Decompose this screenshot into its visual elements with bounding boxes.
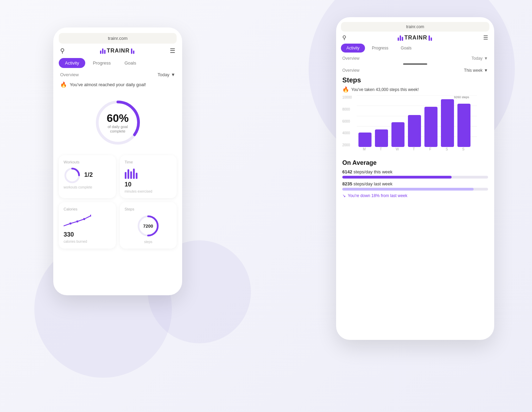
- tab-goals-2[interactable]: Goals: [395, 44, 417, 53]
- overview-row-1: Overview Today ▼: [53, 68, 182, 79]
- logo-bar-2-1: [398, 37, 399, 41]
- bar-m: [358, 133, 372, 147]
- bar-chart-area: 10000 8000 6000 4000 2000: [342, 95, 488, 155]
- circle-wrapper-1: 60% of daily goal complete: [92, 97, 144, 148]
- phone-1: trainr.com ⚲ TRAINR ☰: [53, 27, 182, 295]
- y-axis-labels: 10000 8000 6000 4000 2000: [342, 95, 355, 147]
- hamburger-icon-2[interactable]: ☰: [483, 34, 488, 41]
- steps-heading-2: Steps: [336, 75, 494, 85]
- workouts-value: 1/2: [84, 171, 93, 179]
- logo-bar-3: [104, 50, 106, 54]
- avg-row-text-1: 6142 steps/day this week: [342, 169, 488, 174]
- avg-row-this-week: 6142 steps/day this week: [342, 169, 488, 179]
- bar-s2: [457, 104, 470, 147]
- phone-2: trainr.com ⚲ TRAINR ☰: [336, 17, 494, 340]
- steps-label-1: Steps: [125, 207, 172, 211]
- calories-trend: [64, 214, 111, 229]
- goal-message-1: You've almost reached your daily goal!: [70, 82, 146, 87]
- today-button-1[interactable]: Today ▼: [157, 72, 175, 77]
- steps-card: Steps 7200 steps: [120, 202, 177, 249]
- avg-label-1: steps/day this week: [354, 169, 392, 174]
- svg-text:M: M: [363, 147, 366, 151]
- fire-icon-2: 🔥: [342, 86, 349, 93]
- tab-progress-1[interactable]: Progress: [87, 58, 117, 68]
- address-text-2: trainr.com: [406, 24, 424, 29]
- steps-donut-wrapper: 7200: [125, 214, 172, 238]
- time-sublabel: minutes exercised: [125, 190, 172, 193]
- progress-circle-container-1: 60% of daily goal complete: [53, 90, 182, 152]
- avg-label-2: steps/day last week: [354, 181, 392, 186]
- search-icon-2[interactable]: ⚲: [342, 34, 346, 41]
- time-bars: [125, 167, 172, 179]
- address-bar-1: trainr.com: [59, 33, 177, 44]
- svg-text:T: T: [380, 147, 382, 151]
- time-bar-1: [125, 172, 126, 179]
- on-average-section: On Average 6142 steps/day this week 8235: [336, 155, 494, 202]
- bar-s1: [441, 99, 454, 147]
- this-week-label: This week: [464, 68, 483, 73]
- time-label: Time: [125, 160, 172, 164]
- down-message: You're down 18% from last week: [348, 193, 407, 198]
- time-value: 10: [125, 181, 172, 188]
- logo-bar-2-r2: [431, 37, 432, 41]
- steps-donut-svg: 7200: [136, 214, 160, 238]
- logo-text-1: TRAINR: [107, 48, 130, 54]
- workouts-donut-wrapper: 1/2: [64, 167, 111, 184]
- steps-message-2: You've taken 43,000 steps this week!: [351, 87, 419, 92]
- avg-row-text-2: 8235 steps/day last week: [342, 181, 488, 186]
- time-bar-4: [133, 169, 135, 179]
- overview-row-2b: Overview This week ▼: [336, 66, 494, 75]
- bar-w: [391, 122, 404, 147]
- logo-text-2: TRAINR: [404, 35, 427, 41]
- steps-notification-2: 🔥 You've taken 43,000 steps this week!: [336, 85, 494, 95]
- address-bar-2: trainr.com: [341, 22, 489, 32]
- logo-bar-2-2: [400, 35, 401, 41]
- svg-text:7200: 7200: [143, 224, 153, 229]
- avg-value-1: 6142: [342, 169, 352, 174]
- tab-activity-1[interactable]: Activity: [59, 58, 85, 68]
- goal-notification-1: 🔥 You've almost reached your daily goal!: [53, 79, 182, 90]
- calories-value: 330: [64, 231, 111, 238]
- avg-row-last-week: 8235 steps/day last week: [342, 181, 488, 191]
- overview-label-1: Overview: [60, 72, 79, 77]
- time-bar-5: [136, 173, 137, 179]
- logo-1: TRAINR: [100, 48, 134, 54]
- this-week-button[interactable]: This week ▼: [464, 68, 488, 73]
- tab-bar-2: Activity Progress Goals: [336, 44, 494, 53]
- logo-bars-1: [100, 48, 106, 54]
- tab-progress-2[interactable]: Progress: [366, 44, 394, 53]
- svg-point-4: [69, 222, 71, 225]
- overview-row-2a: Overview Today ▼: [336, 53, 494, 62]
- phone-1-inner: trainr.com ⚲ TRAINR ☰: [53, 27, 182, 295]
- logo-bar-r2: [133, 50, 134, 54]
- svg-text:9260 steps: 9260 steps: [454, 95, 469, 99]
- hamburger-icon-1[interactable]: ☰: [170, 47, 175, 55]
- workouts-donut-svg: [64, 167, 81, 184]
- search-icon[interactable]: ⚲: [60, 47, 65, 55]
- tab-goals-1[interactable]: Goals: [118, 58, 142, 68]
- down-arrow-icon: ↘: [342, 193, 346, 198]
- workouts-value-group: 1/2: [84, 171, 93, 180]
- avg-bar-fill-2: [342, 188, 474, 191]
- today-button-2[interactable]: Today ▼: [472, 56, 488, 61]
- scene: trainr.com ⚲ TRAINR ☰: [0, 0, 532, 412]
- stats-grid-1: Workouts 1/2 workouts complete Tim: [53, 152, 182, 252]
- scroll-divider-2: [403, 64, 427, 65]
- logo-bar-1: [100, 50, 101, 54]
- circle-inner-text-1: 60% of daily goal complete: [107, 112, 129, 134]
- time-card: Time 10 minutes exercised: [120, 155, 177, 198]
- avg-value-2: 8235: [342, 181, 352, 186]
- calories-card: Calories 330 calories burned: [59, 202, 116, 249]
- tab-activity-2[interactable]: Activity: [341, 44, 365, 53]
- tab-bar-1: Activity Progress Goals: [53, 58, 182, 68]
- svg-text:W: W: [396, 147, 399, 151]
- address-text-1: trainr.com: [108, 36, 128, 41]
- svg-text:S: S: [462, 147, 465, 151]
- calories-label: Calories: [64, 207, 111, 211]
- circle-percent-1: 60%: [107, 112, 129, 124]
- nav-bar-1: ⚲ TRAINR ☰: [53, 44, 182, 58]
- bar-chart-bars-container: 9260 steps M T W T F S S: [342, 95, 488, 155]
- svg-text:T: T: [413, 147, 415, 151]
- bar-t1: [375, 129, 388, 147]
- logo-bar-2: [102, 48, 103, 54]
